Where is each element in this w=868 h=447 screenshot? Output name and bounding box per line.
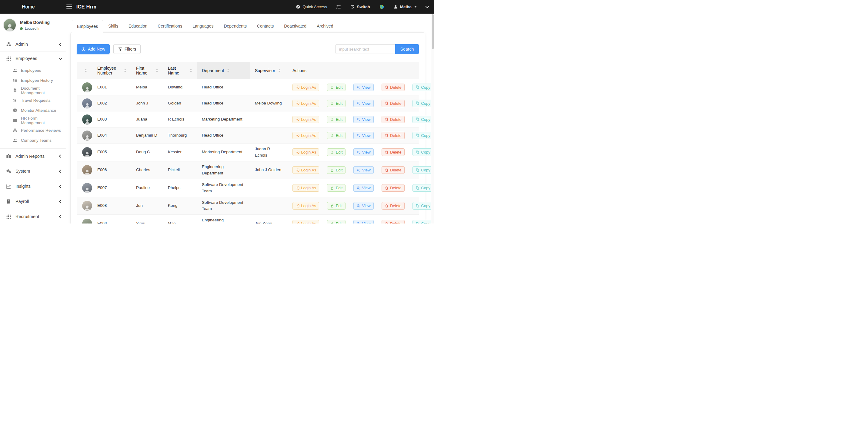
- sort-icon[interactable]: [156, 69, 158, 73]
- login-as-button[interactable]: Login As: [292, 116, 319, 123]
- sidebar-item[interactable]: Admin: [0, 37, 66, 51]
- sort-icon[interactable]: [85, 69, 87, 73]
- delete-button[interactable]: Delete: [381, 202, 405, 210]
- login-as-button[interactable]: Login As: [292, 202, 319, 210]
- tab[interactable]: Education: [123, 20, 152, 32]
- copy-button[interactable]: Copy: [412, 148, 431, 156]
- delete-button[interactable]: Delete: [381, 184, 405, 192]
- language-globe-icon[interactable]: [379, 4, 384, 9]
- edit-button[interactable]: Edit: [327, 83, 345, 91]
- delete-button[interactable]: Delete: [381, 220, 405, 224]
- tab[interactable]: Certifications: [152, 20, 187, 32]
- column-header[interactable]: Last Name: [163, 62, 197, 79]
- view-button[interactable]: View: [353, 166, 373, 174]
- edit-button[interactable]: Edit: [327, 166, 345, 174]
- column-header[interactable]: Department: [197, 62, 250, 79]
- search-button[interactable]: Search: [395, 44, 419, 54]
- sidebar-item[interactable]: Recruitment: [0, 209, 66, 224]
- tab[interactable]: Languages: [187, 20, 218, 32]
- tab[interactable]: Dependents: [218, 20, 252, 32]
- menu-toggle-icon[interactable]: [66, 4, 72, 9]
- edit-button[interactable]: Edit: [327, 202, 345, 210]
- tab[interactable]: Employees: [72, 20, 103, 33]
- sidebar-item[interactable]: Travel Requests: [0, 95, 66, 105]
- delete-button[interactable]: Delete: [381, 116, 405, 123]
- view-button[interactable]: View: [353, 148, 373, 156]
- edit-button[interactable]: Edit: [327, 148, 345, 156]
- filters-button[interactable]: Filters: [113, 44, 141, 54]
- add-new-button[interactable]: Add New: [77, 44, 110, 54]
- sidebar-item[interactable]: Insights: [0, 179, 66, 194]
- view-button[interactable]: View: [353, 184, 373, 192]
- sort-icon[interactable]: [124, 69, 126, 73]
- login-icon: [296, 117, 300, 122]
- tasks-icon[interactable]: [336, 4, 341, 9]
- sidebar-item[interactable]: Employees: [0, 51, 66, 65]
- copy-button[interactable]: Copy: [412, 116, 431, 123]
- sidebar-item[interactable]: HR Form Management: [0, 115, 66, 125]
- navbar-collapse-chevron-icon[interactable]: [425, 4, 429, 8]
- scrollbar-thumb[interactable]: [432, 14, 434, 49]
- login-as-button[interactable]: Login As: [292, 132, 319, 139]
- edit-button[interactable]: Edit: [327, 184, 345, 192]
- quick-access-link[interactable]: Quick Access: [296, 4, 327, 9]
- login-as-button[interactable]: Login As: [292, 220, 319, 224]
- edit-button[interactable]: Edit: [327, 100, 345, 107]
- cell-last-name: Kessler: [163, 143, 197, 162]
- view-button[interactable]: View: [353, 100, 373, 107]
- column-header[interactable]: First Name: [131, 62, 163, 79]
- view-button[interactable]: View: [353, 132, 373, 139]
- tab[interactable]: Skills: [103, 20, 123, 32]
- copy-button[interactable]: Copy: [412, 202, 431, 210]
- sort-icon[interactable]: [227, 69, 229, 73]
- column-header[interactable]: Supervisor: [250, 62, 288, 79]
- view-button[interactable]: View: [353, 202, 373, 210]
- switch-link[interactable]: Switch: [350, 4, 370, 9]
- edit-button[interactable]: Edit: [327, 132, 345, 139]
- copy-button[interactable]: Copy: [412, 100, 431, 107]
- sidebar-item[interactable]: Company Teams: [0, 135, 66, 145]
- sidebar-item[interactable]: Performance Reviews: [0, 125, 66, 135]
- login-as-button[interactable]: Login As: [292, 100, 319, 107]
- column-header[interactable]: [77, 62, 92, 79]
- column-header[interactable]: Employee Number: [92, 62, 131, 79]
- user-menu[interactable]: Melba: [393, 4, 417, 9]
- view-button[interactable]: View: [353, 83, 373, 91]
- login-as-button[interactable]: Login As: [292, 148, 319, 156]
- copy-button[interactable]: Copy: [412, 83, 431, 91]
- copy-button[interactable]: Copy: [412, 166, 431, 174]
- sidebar-item[interactable]: Document Management: [0, 85, 66, 95]
- sort-icon[interactable]: [190, 69, 192, 73]
- table-row: E002 John J Golden Head Office Melba Dow…: [77, 95, 419, 111]
- copy-button[interactable]: Copy: [412, 184, 431, 192]
- delete-button[interactable]: Delete: [381, 100, 405, 107]
- profile-avatar[interactable]: [3, 19, 17, 32]
- sidebar-item[interactable]: Admin Reports: [0, 148, 66, 164]
- sidebar-item[interactable]: Employees: [0, 65, 66, 75]
- delete-button[interactable]: Delete: [381, 148, 405, 156]
- delete-button[interactable]: Delete: [381, 132, 405, 139]
- copy-button[interactable]: Copy: [412, 132, 431, 139]
- delete-button[interactable]: Delete: [381, 166, 405, 174]
- copy-button[interactable]: Copy: [412, 220, 431, 224]
- sort-icon[interactable]: [278, 69, 281, 73]
- column-header[interactable]: Actions: [288, 62, 419, 79]
- edit-button[interactable]: Edit: [327, 116, 345, 123]
- login-as-button[interactable]: Login As: [292, 184, 319, 192]
- sidebar-item[interactable]: Monitor Attendance: [0, 105, 66, 115]
- tab[interactable]: Archived: [312, 20, 338, 32]
- tab[interactable]: Contacts: [252, 20, 279, 32]
- view-button[interactable]: View: [353, 116, 373, 123]
- search-input[interactable]: [336, 44, 395, 54]
- sidebar-item[interactable]: Payroll: [0, 194, 66, 209]
- tab[interactable]: Deactivated: [279, 20, 312, 32]
- home-link[interactable]: Home: [22, 4, 35, 10]
- page-scrollbar[interactable]: [431, 13, 434, 224]
- login-as-button[interactable]: Login As: [292, 166, 319, 174]
- edit-button[interactable]: Edit: [327, 220, 345, 224]
- sidebar-item[interactable]: Employee History: [0, 75, 66, 85]
- sidebar-item[interactable]: System: [0, 164, 66, 179]
- login-as-button[interactable]: Login As: [292, 83, 319, 91]
- delete-button[interactable]: Delete: [381, 83, 405, 91]
- view-button[interactable]: View: [353, 220, 373, 224]
